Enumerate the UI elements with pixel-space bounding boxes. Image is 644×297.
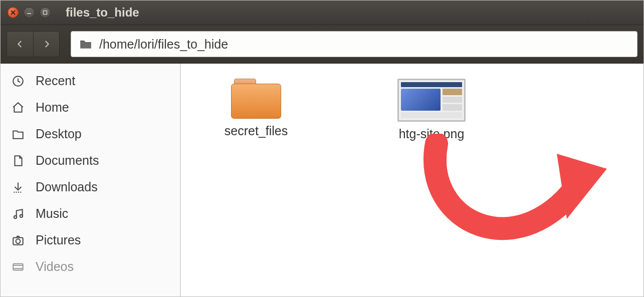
sidebar-item-label: Documents [36, 153, 99, 168]
svg-point-2 [14, 215, 17, 218]
sidebar-item-pictures[interactable]: Pictures [1, 227, 180, 253]
document-icon [11, 154, 26, 167]
sidebar-item-label: Recent [36, 74, 75, 88]
content-area[interactable]: secret_files htg-site.png [181, 64, 643, 296]
path-text: /home/lori/files_to_hide [99, 37, 228, 52]
home-icon [11, 101, 26, 114]
toolbar: /home/lori/files_to_hide [1, 25, 643, 64]
sidebar: Recent Home Desktop Documents [1, 64, 181, 296]
path-bar[interactable]: /home/lori/files_to_hide [71, 31, 637, 57]
titlebar: files_to_hide [1, 1, 643, 25]
camera-icon [11, 234, 26, 247]
image-thumbnail-icon [397, 79, 466, 122]
svg-point-5 [16, 239, 21, 243]
sidebar-item-music[interactable]: Music [1, 200, 180, 227]
sidebar-item-label: Desktop [36, 127, 82, 141]
sidebar-item-label: Downloads [36, 180, 98, 194]
sidebar-item-label: Videos [36, 259, 74, 274]
svg-rect-6 [13, 263, 23, 270]
folder-icon [231, 79, 281, 119]
chevron-right-icon [42, 40, 51, 49]
maximize-icon [43, 10, 48, 15]
svg-point-3 [20, 214, 23, 217]
window-title: files_to_hide [66, 6, 139, 20]
sidebar-item-desktop[interactable]: Desktop [1, 121, 180, 147]
sidebar-item-label: Home [36, 100, 69, 115]
chevron-left-icon [16, 40, 25, 49]
sidebar-item-label: Music [36, 206, 68, 221]
file-item-folder[interactable]: secret_files [211, 79, 301, 138]
minimize-icon [27, 10, 32, 15]
sidebar-item-documents[interactable]: Documents [1, 147, 180, 174]
sidebar-item-videos[interactable]: Videos [1, 253, 180, 280]
sidebar-item-home[interactable]: Home [1, 94, 180, 121]
window-minimize-button[interactable] [24, 7, 35, 18]
clock-icon [11, 75, 26, 88]
close-icon [11, 10, 16, 15]
file-label: htg-site.png [399, 127, 465, 141]
download-icon [11, 181, 26, 194]
music-icon [11, 207, 26, 220]
sidebar-item-recent[interactable]: Recent [1, 68, 180, 94]
file-label: secret_files [225, 124, 288, 138]
file-manager-window: files_to_hide /home/lori/files_to_hide [0, 0, 644, 297]
folder-icon [79, 39, 92, 50]
sidebar-item-label: Pictures [36, 233, 81, 247]
nav-buttons [7, 31, 60, 57]
forward-button[interactable] [33, 32, 59, 57]
annotation-arrow-icon [391, 134, 612, 274]
file-item-image[interactable]: htg-site.png [386, 79, 477, 141]
window-maximize-button[interactable] [40, 7, 51, 18]
window-close-button[interactable] [8, 7, 19, 18]
window-body: Recent Home Desktop Documents [1, 64, 643, 296]
sidebar-item-downloads[interactable]: Downloads [1, 174, 180, 200]
video-icon [11, 260, 26, 273]
back-button[interactable] [7, 32, 33, 57]
desktop-folder-icon [11, 128, 26, 141]
svg-rect-0 [44, 11, 47, 15]
